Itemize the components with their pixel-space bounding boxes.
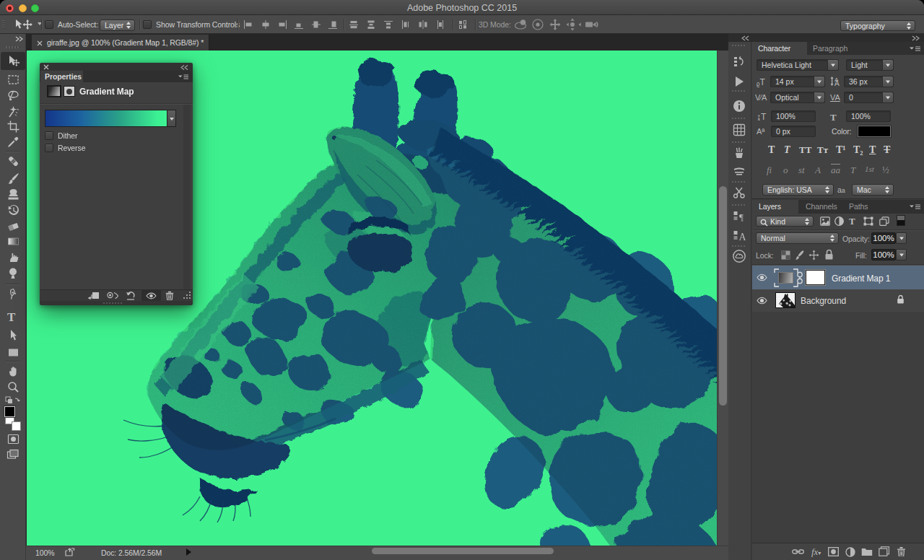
svg-text:¶: ¶ xyxy=(739,211,744,222)
svg-text:A: A xyxy=(834,79,840,87)
svg-text:A: A xyxy=(739,232,746,242)
